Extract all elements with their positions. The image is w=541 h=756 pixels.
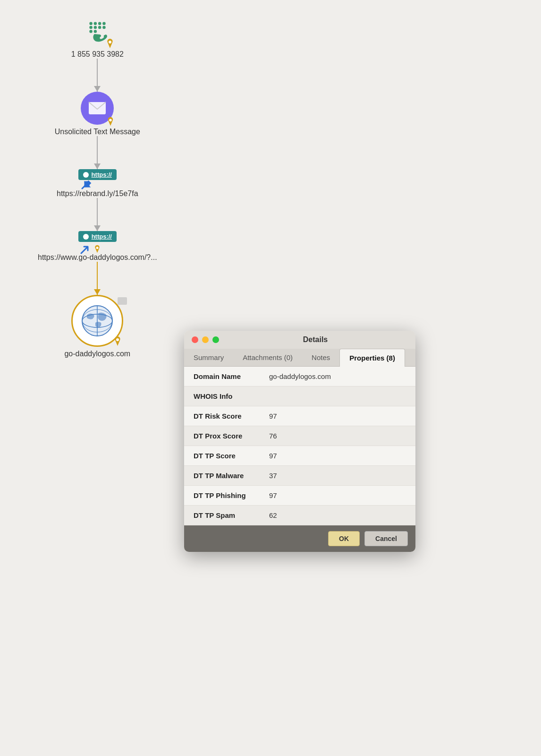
svg-point-8 xyxy=(89,30,93,33)
prop-value-malware: 37 xyxy=(269,472,277,480)
url1-node: https:// https://rebrand.ly/15e7fa xyxy=(57,169,138,198)
minimize-button[interactable] xyxy=(202,336,209,343)
svg-point-19 xyxy=(116,338,119,341)
dialog-tabs: Summary Attachments (0) Notes Properties… xyxy=(184,349,415,367)
phone-icon xyxy=(81,14,114,47)
close-button[interactable] xyxy=(192,336,198,343)
svg-point-6 xyxy=(98,26,101,29)
prop-label-tp: DT TP Score xyxy=(194,452,269,460)
prop-value-prox: 76 xyxy=(269,432,277,440)
prop-row-risk: DT Risk Score 97 xyxy=(184,406,415,426)
url2-node: https:// https://www.go-daddylogos.com/?… xyxy=(38,231,157,262)
svg-point-3 xyxy=(102,22,106,25)
dialog-title: Details xyxy=(223,335,408,344)
url1-dot xyxy=(83,172,89,178)
url1-label: https://rebrand.ly/15e7fa xyxy=(57,189,138,198)
arrow-4 xyxy=(97,262,98,295)
prop-row-domain: Domain Name go-daddylogos.com xyxy=(184,367,415,387)
svg-point-2 xyxy=(98,22,101,25)
arrow-1 xyxy=(97,59,98,92)
svg-point-4 xyxy=(89,26,93,29)
prop-label-domain: Domain Name xyxy=(194,372,269,380)
svg-point-12 xyxy=(110,119,112,122)
arrow-2 xyxy=(97,136,98,169)
prop-label-whois: WHOIS Info xyxy=(194,392,269,400)
prop-value-phishing: 97 xyxy=(269,491,277,499)
tab-summary[interactable]: Summary xyxy=(184,349,233,366)
properties-table: Domain Name go-daddylogos.com WHOIS Info… xyxy=(184,367,415,525)
tab-notes[interactable]: Notes xyxy=(302,349,339,366)
url1-icon: https:// xyxy=(78,169,117,180)
dialog-footer: OK Cancel xyxy=(184,525,415,552)
prop-label-spam: DT TP Spam xyxy=(194,511,269,519)
phone-number-label: 1 855 935 3982 xyxy=(71,50,124,59)
domain-label: go-daddylogos.com xyxy=(64,350,130,358)
phone-node: 1 855 935 3982 xyxy=(71,14,124,59)
url2-text: https:// xyxy=(92,233,112,240)
svg-point-1 xyxy=(93,22,97,25)
tab-attachments[interactable]: Attachments (0) xyxy=(233,349,302,366)
prop-value-risk: 97 xyxy=(269,412,277,420)
domain-node: go-daddylogos.com xyxy=(64,295,130,358)
message-label: Unsolicited Text Message xyxy=(55,128,140,136)
prop-value-domain: go-daddylogos.com xyxy=(269,372,331,380)
message-node: Unsolicited Text Message xyxy=(55,92,140,136)
svg-point-9 xyxy=(93,30,97,33)
url2-dot xyxy=(83,234,89,240)
flow-diagram: 1 855 935 3982 Unsolicited Text Message xyxy=(38,14,157,358)
details-dialog: Details Summary Attachments (0) Notes Pr… xyxy=(184,331,415,552)
prop-label-risk: DT Risk Score xyxy=(194,412,269,420)
tab-properties[interactable]: Properties (8) xyxy=(339,349,405,367)
prop-row-phishing: DT TP Phishing 97 xyxy=(184,486,415,506)
svg-point-0 xyxy=(89,22,93,25)
svg-point-10 xyxy=(109,41,111,43)
prop-value-tp: 97 xyxy=(269,452,277,460)
url1-text: https:// xyxy=(92,171,112,178)
prop-row-prox: DT Prox Score 76 xyxy=(184,426,415,446)
arrow-3 xyxy=(97,198,98,231)
prop-label-phishing: DT TP Phishing xyxy=(194,491,269,499)
prop-row-whois: WHOIS Info xyxy=(184,387,415,406)
prop-label-prox: DT Prox Score xyxy=(194,432,269,440)
maximize-button[interactable] xyxy=(212,336,219,343)
cancel-button[interactable]: Cancel xyxy=(364,531,408,546)
prop-row-tp: DT TP Score 97 xyxy=(184,446,415,466)
svg-point-5 xyxy=(93,26,97,29)
prop-row-spam: DT TP Spam 62 xyxy=(184,506,415,525)
ok-button[interactable]: OK xyxy=(328,531,360,546)
dialog-titlebar: Details xyxy=(184,331,415,349)
prop-value-spam: 62 xyxy=(269,511,277,519)
prop-label-malware: DT TP Malware xyxy=(194,472,269,480)
svg-point-7 xyxy=(102,26,106,29)
prop-row-malware: DT TP Malware 37 xyxy=(184,466,415,486)
svg-point-13 xyxy=(96,247,98,249)
url2-icon: https:// xyxy=(78,231,117,242)
